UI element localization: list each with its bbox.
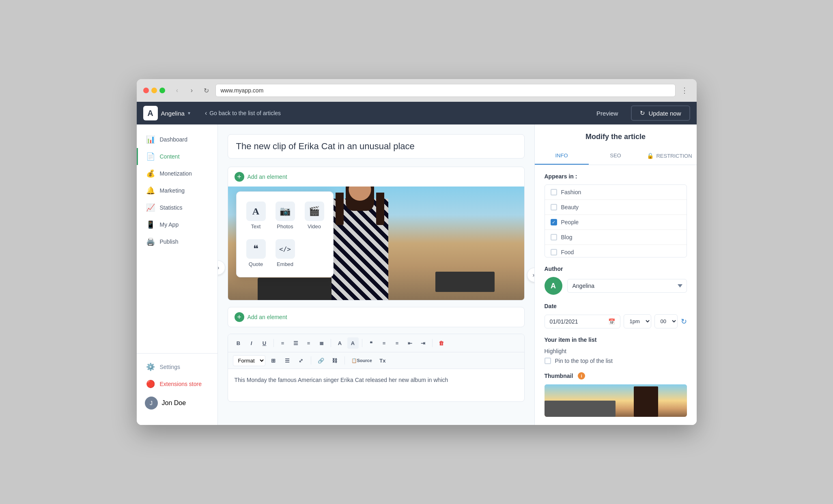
element-option-text[interactable]: A Text: [243, 198, 269, 233]
thumbnail-preview: [545, 384, 687, 417]
tab-seo[interactable]: SEO: [589, 148, 643, 165]
table-button[interactable]: ⊞: [268, 355, 279, 366]
unordered-list-button[interactable]: ≡: [379, 337, 390, 349]
article-body-text: This Monday the famous American singer E…: [235, 377, 448, 383]
browser-nav: ‹ › ↻: [172, 85, 212, 96]
category-beauty[interactable]: Beauty: [545, 200, 687, 215]
indent-button[interactable]: ⇥: [418, 337, 429, 349]
sidebar-item-marketing[interactable]: 🔔 Marketing: [137, 182, 217, 199]
element-option-photos[interactable]: 📷 Photos: [272, 198, 298, 233]
tab-restriction[interactable]: 🔒 RESTRICTION: [643, 148, 697, 165]
item-section: Your item in the list Highlight Pin to t…: [545, 337, 687, 364]
unlink-button[interactable]: ⛓: [329, 355, 340, 366]
underline-button[interactable]: U: [259, 337, 270, 349]
people-label: People: [561, 219, 579, 225]
element-option-video[interactable]: 🎬 Video: [301, 198, 327, 233]
sidebar-item-monetization[interactable]: 💰 Monetization: [137, 165, 217, 182]
fashion-checkbox[interactable]: [551, 189, 557, 195]
quote-option-label: Quote: [249, 261, 263, 267]
author-select[interactable]: Angelina: [567, 279, 687, 293]
people-checkbox[interactable]: [551, 219, 557, 225]
text-editor-block: B I U ≡ ☰ ≡ ≣ A A ❝: [228, 334, 525, 402]
italic-button[interactable]: I: [246, 337, 257, 349]
forward-nav-button[interactable]: ›: [186, 85, 198, 96]
beauty-label: Beauty: [561, 204, 579, 210]
toolbar-separator-3: [362, 339, 362, 347]
maximize-button[interactable]: [159, 88, 165, 93]
date-input-container[interactable]: 01/01/2021 📅: [545, 315, 620, 328]
add-plus-icon-1: +: [235, 172, 244, 182]
beauty-checkbox[interactable]: [551, 204, 557, 210]
sidebar-item-publish[interactable]: 🖨️ Publish: [137, 233, 217, 250]
fullscreen-button[interactable]: ⤢: [295, 355, 307, 366]
sidebar-item-myapp[interactable]: 📱 My App: [137, 216, 217, 233]
delete-button[interactable]: 🗑: [436, 337, 447, 349]
category-blog[interactable]: Blog: [545, 230, 687, 245]
your-item-label: Your item in the list: [545, 337, 687, 343]
align-left-button[interactable]: ≡: [277, 337, 288, 349]
category-people[interactable]: People: [545, 215, 687, 230]
sidebar-label-myapp: My App: [160, 221, 179, 228]
align-justify-button[interactable]: ≣: [316, 337, 327, 349]
element-option-quote[interactable]: ❝ Quote: [243, 236, 269, 270]
editor-content[interactable]: This Monday the famous American singer E…: [228, 369, 524, 401]
back-nav-button[interactable]: ‹: [172, 85, 183, 96]
highlight-button[interactable]: A: [347, 337, 359, 349]
add-element-button-1[interactable]: + Add an element: [228, 167, 524, 187]
author-section: Author A Angelina: [545, 266, 687, 295]
collapse-panel-button[interactable]: »: [527, 268, 534, 282]
back-to-list-link[interactable]: ‹ Go back to the list of articles: [205, 109, 281, 117]
highlight-row: Highlight: [545, 348, 687, 354]
element-option-embed[interactable]: </> Embed: [272, 236, 298, 270]
address-bar[interactable]: www.myapp.com: [215, 84, 676, 97]
align-right-button[interactable]: ≡: [303, 337, 314, 349]
text-color-button[interactable]: A: [334, 337, 346, 349]
reload-button[interactable]: ↻: [201, 85, 212, 96]
tab-info[interactable]: INFO: [535, 148, 589, 165]
blog-checkbox[interactable]: [551, 234, 557, 240]
app-container: A Angelina ▾ ‹ Go back to the list of ar…: [137, 102, 697, 425]
close-button[interactable]: [143, 88, 149, 93]
sidebar-item-content[interactable]: 📄 Content: [137, 148, 217, 165]
list-view-button[interactable]: ☰: [282, 355, 293, 366]
panel-body: Appears in : Fashion Beauty: [535, 165, 697, 425]
clear-format-button[interactable]: Tx: [377, 355, 388, 366]
category-fashion[interactable]: Fashion: [545, 185, 687, 200]
source-button[interactable]: 📋 Source: [349, 355, 375, 366]
dashboard-icon: 📊: [146, 135, 155, 144]
sidebar-item-dashboard[interactable]: 📊 Dashboard: [137, 131, 217, 148]
toolbar-separator-4: [432, 339, 433, 347]
link-button[interactable]: 🔗: [315, 355, 327, 366]
sidebar-item-extensions[interactable]: 🔴 Extensions store: [137, 375, 217, 392]
food-checkbox[interactable]: [551, 249, 557, 255]
sidebar-item-settings[interactable]: ⚙️ Settings: [137, 358, 217, 375]
user-profile-area[interactable]: J Jon Doe: [137, 392, 217, 414]
preview-button[interactable]: Preview: [590, 107, 624, 120]
toolbar-separator-5: [311, 356, 311, 365]
ordered-list-button[interactable]: ≡: [392, 337, 403, 349]
format-select[interactable]: Format: [233, 355, 265, 366]
browser-menu-button[interactable]: ⋮: [679, 85, 690, 96]
hour-select[interactable]: 1pm: [624, 314, 651, 328]
thumb-car: [545, 401, 616, 417]
refresh-icon: ↻: [640, 109, 645, 117]
photos-option-icon: 📷: [276, 202, 295, 221]
myapp-icon: 📱: [146, 220, 155, 229]
pin-checkbox[interactable]: [545, 358, 551, 364]
quote-button[interactable]: ❝: [366, 337, 377, 349]
pin-row[interactable]: Pin to the top of the list: [545, 358, 687, 364]
update-now-button[interactable]: ↻ Update now: [631, 105, 690, 121]
date-refresh-button[interactable]: ↻: [681, 317, 687, 326]
user-dropdown-icon[interactable]: ▾: [188, 110, 190, 116]
minute-select[interactable]: 00: [654, 314, 678, 328]
align-center-button[interactable]: ☰: [290, 337, 301, 349]
outdent-button[interactable]: ⇤: [405, 337, 416, 349]
category-food[interactable]: Food: [545, 245, 687, 257]
bold-button[interactable]: B: [233, 337, 244, 349]
article-title-input[interactable]: [228, 134, 525, 159]
sidebar-item-statistics[interactable]: 📈 Statistics: [137, 199, 217, 216]
car-right: [435, 272, 495, 292]
add-element-button-2[interactable]: + Add an element: [228, 307, 525, 327]
minimize-button[interactable]: [151, 88, 157, 93]
calendar-icon[interactable]: 📅: [608, 318, 615, 325]
